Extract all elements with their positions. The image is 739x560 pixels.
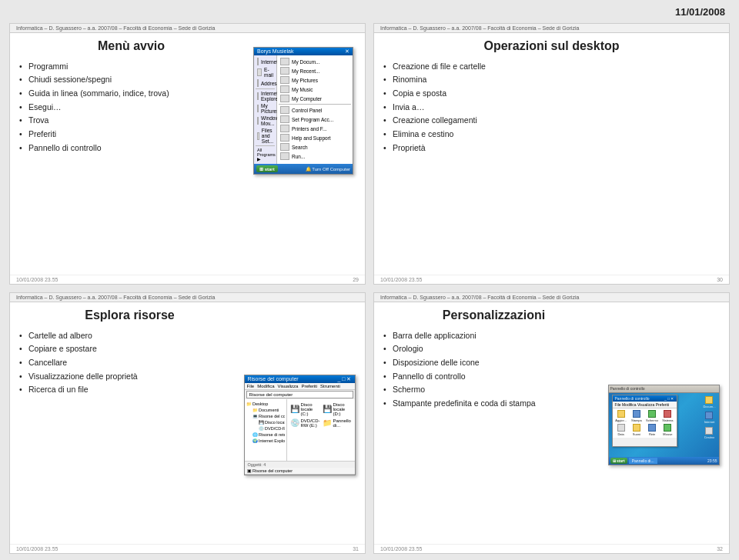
tree-item: 💿 DVD/CD-RW [246,425,285,432]
active-window-btn: Pannello di... [629,458,657,464]
bullet-item: Programmi [18,59,245,73]
bullet-item: Ricerca di un file [18,383,242,397]
slide-4: Informatica – D. Sguassero – a.a. 2007/0… [373,292,730,554]
icon-visual [648,410,656,418]
cp-controls: _ □ ✕ [664,396,674,401]
explorer-body: 📁 Desktop 📁 Documenti 💻 Risorse del comp… [245,399,355,461]
desktop-icon: Cestino [703,427,715,439]
icon-label: Cestino [704,435,715,439]
menu-icon [280,67,289,75]
bullet-item: Stampante predefinita e coda di stampa [382,396,606,410]
slide-1: Informatica – D. Sguassero – a.a. 2007/0… [9,23,366,285]
menu-item: My Recent... [279,66,351,75]
slide-3-header: Informatica – D. Sguassero – a.a. 2007/0… [10,293,365,302]
cp-icon: Suoni [630,424,644,436]
slide-4-left: Personalizzazioni Barra delle applicazio… [382,308,606,541]
bottom-bar-text: ▣ Risorse del computer [247,468,293,473]
menu-icon [280,143,289,151]
toolbar-item: Visualizza [278,384,299,388]
icon-label: Aggior... [615,418,627,422]
desktop-taskbar: Pannello di controllo [609,385,719,393]
bullet-item: Cartelle ad albero [18,328,242,342]
winxp-mockup: Borys Musielak ✕ Internet E-mail Addresa… [253,47,353,175]
icon-label: Mouse [663,432,672,436]
slide-2-bullets: Creazione di file e cartelle Rinomina Co… [382,59,721,155]
cp-toolbar: File Modifica Visualizza Preferiti [613,402,677,408]
icon-visual [664,424,671,432]
footer-num: 31 [353,546,359,552]
menu-item: Help and Support [279,133,351,142]
slide-1-bullets: Programmi Chiudi sessione/spegni Guida i… [18,59,245,155]
bullet-item: Cancellare [18,355,242,369]
tree-item: 💾 Disco locale (C:) [246,419,285,425]
tree-item: 📁 Documenti [246,407,285,413]
explorer-title: Risorse del computer [248,376,299,382]
bullet-item: Rinomina [382,73,721,87]
bullet-item: Copia e sposta [382,86,721,100]
menu-item: Control Panel [279,105,351,115]
menu-icon [257,79,259,87]
bullet-item: Creazione di file e cartelle [382,59,721,73]
menu-icon [280,58,289,65]
clock: 23:55 [707,458,717,463]
slide-2-content: Operazioni sul desktop Creazione di file… [374,33,729,275]
bullet-item: Copiare e spostare [18,342,242,356]
toolbar-item: Modifica [257,384,274,388]
winxp-titlebar: Borys Musielak ✕ [254,48,353,55]
menu-item: Printers and F... [279,124,351,133]
slide-3-title: Esplora risorse [18,308,242,322]
menu-item: E-mail [256,66,275,78]
icon-label: Stampa [631,418,642,422]
slide-3-footer: 10/01/2008 23.55 31 [10,544,365,553]
slide-3-bullets: Cartelle ad albero Copiare e spostare Ca… [18,328,242,396]
slide-4-footer: 10/01/2008 23.55 32 [374,544,729,553]
tree-item: 📁 Desktop [246,401,285,407]
cp-icon: Sistema [660,410,674,422]
toolbar-item: Strumenti [320,384,340,388]
menu-icon [257,117,259,125]
winxp-sidebar-area: Internet E-mail Addresa... Internet Expl… [254,55,353,164]
explorer-tree: 📁 Desktop 📁 Documenti 💻 Risorse del comp… [245,399,287,461]
menu-item: My Computer [279,94,351,103]
desktop-mockup: Pannello di controllo Pannello di contro… [608,385,720,465]
start-button: ⊞ start [610,458,627,464]
icon-visual [617,410,625,418]
winxp-main: My Docum... My Recent... My Pictures My … [277,55,353,164]
menu-icon [280,106,289,114]
desktop-icons: Docum... Internet Cestino [703,396,715,439]
bullet-item: Creazione collegamenti [382,114,721,128]
menu-item: Addresa... [256,78,275,88]
menu-icon [280,125,289,132]
slide-3: Informatica – D. Sguassero – a.a. 2007/0… [9,292,366,554]
start-button: ⊞ start [256,165,278,172]
control-panel-window: Pannello di controllo _ □ ✕ File Modific… [612,395,677,447]
explorer-controls: _ □ ✕ [337,376,351,382]
slide-4-content: Personalizzazioni Barra delle applicazio… [374,302,729,544]
slide-1-right: Borys Musielak ✕ Internet E-mail Addresa… [249,39,357,175]
menu-icon [257,92,259,100]
winxp-close: ✕ [345,48,349,55]
menu-item: Files and Set... [256,127,275,145]
menu-item: My Pictures [256,102,275,115]
menu-item: My Pictures [279,75,351,85]
status-text: Oggetti: 4 [248,462,266,467]
menu-item: Search [279,142,351,152]
menu-item: My Music [279,85,351,94]
slide-2: Informatica – D. Sguassero – a.a. 2007/0… [373,23,730,285]
footer-date: 10/01/2008 23.55 [380,546,423,552]
slide-4-bullets: Barra delle applicazioni Orologio Dispos… [382,328,606,410]
bullet-item: Trova [18,114,245,128]
toolbar-item: Preferiti [301,384,317,388]
icon-visual [705,396,713,404]
footer-num: 29 [353,277,359,282]
explorer-status: Oggetti: 4 [245,461,355,468]
bullet-item: Chiudi sessione/spegni [18,73,245,87]
cp-icon: Aggior... [614,410,628,422]
cp-title: Pannello di controllo [615,396,650,401]
icon-label: Sistema [662,418,673,422]
bullet-item: Orologio [382,342,606,356]
taskbar-label: Pannello di controllo [610,386,645,391]
footer-num: 32 [717,546,723,552]
slide-3-right: Risorse del computer _ □ ✕ File Modifica… [242,308,357,541]
desktop-icon: Docum... [703,396,715,408]
